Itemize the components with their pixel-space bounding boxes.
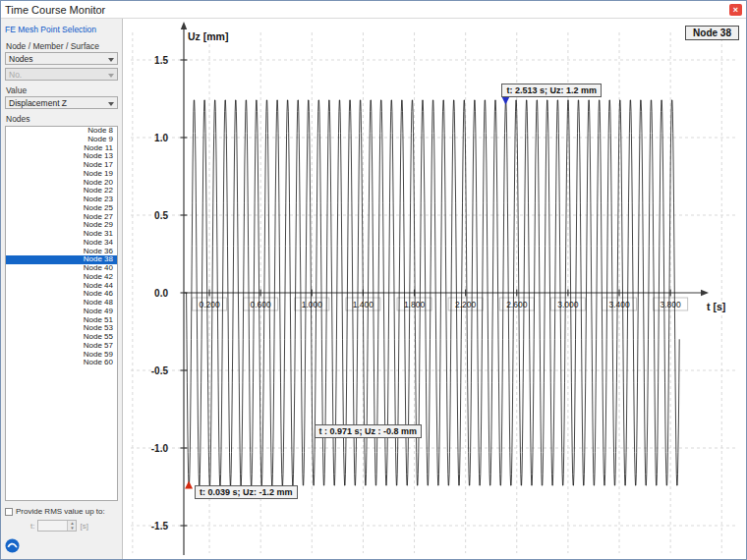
x-tick-label: 1.800 (404, 300, 426, 309)
close-button[interactable]: × (729, 4, 742, 16)
fe-mesh-point-selection-panel: FE Mesh Point Selection Node / Member / … (1, 19, 123, 559)
node-type-select[interactable]: Nodes (5, 52, 118, 65)
rms-row: Provide RMS value up to: (5, 507, 118, 516)
titlebar: Time Course Monitor × (1, 1, 746, 19)
y-tick-label: 1.5 (154, 55, 168, 66)
window-title: Time Course Monitor (5, 4, 729, 16)
number-placeholder: No. (9, 70, 22, 80)
red-marker-icon[interactable] (185, 481, 193, 489)
x-axis-title: t [s] (707, 301, 725, 312)
window-body: FE Mesh Point Selection Node / Member / … (1, 19, 746, 559)
y-tick-label: -1.5 (151, 521, 169, 532)
chevron-down-icon (108, 102, 114, 106)
node-list-item[interactable]: Node 60 (6, 359, 117, 367)
annotation-box[interactable]: t: 0.039 s; Uz: -1.2 mm (195, 485, 298, 499)
y-tick-label: 0.0 (154, 288, 168, 299)
y-axis-arrow-icon (181, 22, 187, 29)
value-label: Value (6, 85, 118, 95)
value-value: Displacement Z (9, 98, 67, 108)
rms-checkbox-label: Provide RMS value up to: (16, 507, 105, 516)
y-tick-label: -1.0 (151, 443, 169, 454)
x-axis-arrow-icon (701, 290, 709, 296)
chevron-down-icon (108, 74, 114, 78)
node-list[interactable]: Node 8Node 9Node 11Node 13Node 17Node 19… (5, 126, 118, 501)
blue-marker-icon[interactable] (501, 96, 509, 104)
x-tick-label: 3.800 (660, 300, 681, 309)
annotation-box[interactable]: t : 0.971 s; Uz : -0.8 mm (315, 424, 423, 438)
annotation-box[interactable]: t: 2.513 s; Uz: 1.2 mm (501, 84, 602, 97)
y-tick-label: 1.0 (154, 133, 168, 143)
x-tick-label: 0.600 (251, 300, 272, 309)
nodes-label: Nodes (6, 114, 118, 124)
rms-time-input[interactable]: ▲▼ (37, 520, 77, 532)
chevron-down-icon (108, 58, 114, 62)
node-type-value: Nodes (9, 54, 33, 64)
y-tick-label: 0.5 (154, 210, 168, 221)
number-select[interactable]: No. (5, 68, 118, 81)
y-axis-title: Uz [mm] (188, 30, 228, 42)
value-select[interactable]: Displacement Z (5, 96, 118, 109)
x-tick-label: 2.600 (506, 300, 528, 309)
rms-time-field[interactable] (38, 521, 67, 531)
spin-down-icon[interactable]: ▼ (68, 526, 76, 531)
time-course-chart[interactable]: 1.51.00.50.0-0.5-1.0-1.50.2000.6001.0001… (123, 19, 746, 559)
rms-t-label: t: (30, 522, 34, 531)
spinner-buttons[interactable]: ▲▼ (67, 521, 76, 531)
rms-unit-label: [s] (80, 522, 87, 531)
rms-time-row: t: ▲▼ [s] (5, 520, 118, 532)
section-title: FE Mesh Point Selection (5, 25, 118, 34)
x-tick-label: 2.200 (455, 300, 477, 309)
node-member-surface-label: Node / Member / Surface (6, 41, 118, 51)
time-course-monitor-window: Time Course Monitor × FE Mesh Point Sele… (0, 0, 747, 560)
rms-checkbox[interactable] (5, 508, 13, 516)
x-tick-label: 1.000 (302, 300, 323, 309)
chart-area[interactable]: 1.51.00.50.0-0.5-1.0-1.50.2000.6001.0001… (123, 19, 746, 559)
node-badge: Node 38 (685, 26, 739, 40)
y-tick-label: -0.5 (151, 365, 169, 376)
dlubal-info-icon[interactable] (5, 538, 20, 553)
